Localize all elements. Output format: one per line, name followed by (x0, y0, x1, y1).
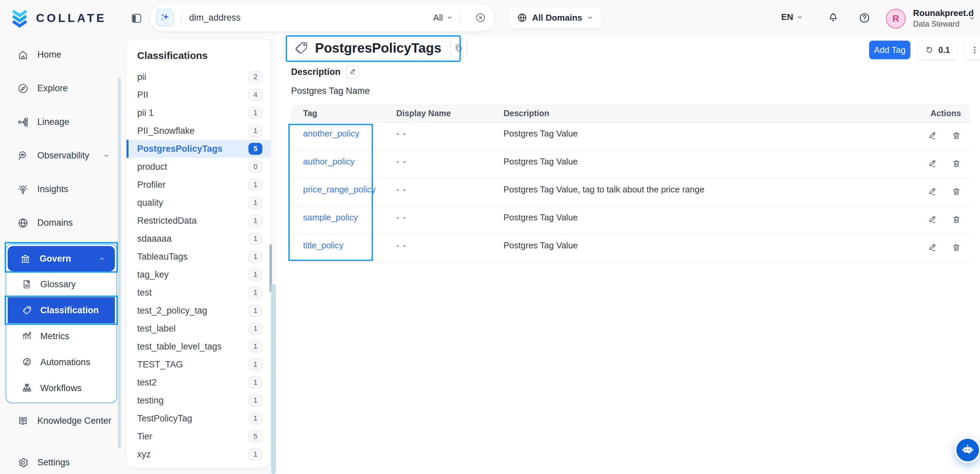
delete-tag-button[interactable] (952, 187, 961, 196)
sidebar-collapse-icon[interactable] (130, 13, 143, 24)
delete-tag-button[interactable] (952, 131, 961, 140)
classification-name: pii 1 (137, 108, 154, 118)
edit-tag-button[interactable] (928, 131, 937, 140)
window-scrollbar[interactable] (271, 284, 276, 474)
search-input[interactable] (189, 13, 433, 23)
version-rotate-icon (925, 46, 934, 54)
classification-list-item[interactable]: quality 1 (127, 194, 270, 212)
sidebar-item-observability[interactable]: Observability (0, 139, 123, 172)
classification-list-item[interactable]: PII 4 (127, 86, 270, 104)
classification-list-item[interactable]: Tier 5 (127, 428, 270, 445)
tag-display-name: - - (396, 206, 503, 223)
edit-tag-button[interactable] (928, 159, 937, 169)
classification-list-item[interactable]: test_2_policy_tag 1 (127, 302, 270, 320)
delete-tag-button[interactable] (952, 215, 961, 224)
classification-list-item[interactable]: pii 2 (127, 68, 270, 86)
edit-tag-button[interactable] (928, 243, 937, 252)
sidebar-item-metrics[interactable]: Metrics (8, 323, 115, 349)
sidebar-label: Lineage (37, 117, 69, 127)
sidebar-item-insights[interactable]: Insights (0, 172, 123, 206)
classification-list-item[interactable]: sdaaaaa 1 (127, 230, 270, 248)
sidebar-item-automations[interactable]: Automations (8, 349, 115, 375)
classification-count-badge: 5 (248, 143, 262, 155)
edit-tag-button[interactable] (928, 215, 937, 224)
app-window: COLLATE All (0, 0, 980, 474)
edit-pencil-icon (349, 68, 356, 76)
classification-list-item[interactable]: test2 1 (127, 374, 270, 391)
classifications-list: pii 2 PII 4 pii 1 1 PII_Snowflake 1 (127, 68, 270, 463)
edit-tag-button[interactable] (928, 187, 937, 196)
language-dropdown[interactable]: EN (781, 12, 803, 22)
classification-list-item[interactable]: product 0 (127, 158, 270, 176)
sidebar-item-explore[interactable]: Explore (0, 72, 123, 105)
classification-list-item[interactable]: TEST_TAG 1 (127, 355, 270, 374)
classification-list-item[interactable]: Profiler 1 (127, 176, 270, 194)
classification-count-badge: 1 (248, 377, 262, 388)
help-icon[interactable] (859, 12, 870, 24)
search-scope-dropdown[interactable]: All (433, 13, 453, 23)
sidebar-item-govern[interactable]: Govern (8, 246, 115, 271)
sidebar-item-domains[interactable]: Domains (0, 206, 123, 240)
sidebar-item-knowledge-center[interactable]: Knowledge Center (0, 404, 123, 438)
tag-name-link[interactable]: author_policy (291, 156, 355, 167)
sidebar-item-home[interactable]: Home (0, 38, 123, 72)
all-domains-dropdown[interactable]: All Domains (509, 7, 601, 29)
classification-list-item[interactable]: tag_key 1 (127, 266, 270, 284)
tag-name-link[interactable]: title_policy (291, 240, 343, 251)
notifications-bell-icon[interactable] (827, 12, 839, 24)
classification-list-item[interactable]: TableauTags 1 (127, 248, 270, 266)
globe-icon (517, 12, 527, 23)
divider (181, 11, 182, 24)
user-menu[interactable]: Rounakpreet.d Data Steward (913, 8, 974, 29)
metrics-icon (22, 331, 32, 342)
classification-count-badge: 1 (248, 107, 262, 119)
classification-count-badge: 1 (248, 394, 262, 406)
edit-pencil-icon (928, 187, 937, 196)
chat-assistant-button[interactable] (956, 439, 979, 461)
tag-name-link[interactable]: another_policy (291, 129, 359, 139)
tag-display-name: - - (396, 151, 503, 167)
classification-list-item[interactable]: testing 1 (127, 391, 270, 409)
classification-list-item[interactable]: test_table_level_tags 1 (127, 337, 270, 355)
sidebar-item-settings[interactable]: Settings (0, 446, 123, 474)
classification-list-item[interactable]: test_label 1 (127, 320, 270, 337)
classification-name: test_2_policy_tag (137, 305, 207, 316)
sidebar-label: Home (37, 49, 61, 60)
user-menu-chevron-icon[interactable] (968, 14, 976, 22)
version-button[interactable]: 0.1 (918, 41, 957, 59)
compass-icon (18, 83, 29, 94)
ai-sparkle-icon[interactable] (156, 9, 174, 27)
delete-tag-button[interactable] (952, 159, 961, 169)
tag-name-link[interactable]: price_range_policy (291, 185, 375, 195)
sidebar-item-glossary[interactable]: Glossary (8, 271, 115, 297)
sidebar-label: Govern (40, 254, 71, 264)
sidebar-item-lineage[interactable]: Lineage (0, 105, 123, 139)
copy-button[interactable] (450, 39, 467, 57)
classification-description-text: Postgres Tag Name (291, 86, 370, 96)
collate-logo[interactable]: COLLATE (10, 7, 107, 29)
classification-list-item[interactable]: PostgresPolicyTags 5 (127, 140, 270, 158)
classification-name: PII_Snowflake (137, 126, 195, 136)
classification-list-item[interactable]: RestrictedData 1 (127, 212, 270, 230)
sidebar-item-classification[interactable]: Classification (8, 297, 115, 323)
classification-count-badge: 2 (248, 71, 262, 83)
classification-list-item[interactable]: PII_Snowflake 1 (127, 122, 270, 140)
classification-name: sdaaaaa (137, 234, 172, 244)
classification-list-item[interactable]: test 1 (127, 284, 270, 302)
search-clear-icon[interactable] (475, 12, 486, 23)
global-search-bar[interactable]: All (150, 4, 495, 31)
edit-description-button[interactable] (346, 65, 359, 78)
sidebar-scrollbar[interactable] (118, 78, 121, 449)
add-tag-button[interactable]: Add Tag (869, 41, 910, 59)
delete-tag-button[interactable] (952, 243, 961, 252)
classification-list-item[interactable]: xyz 1 (127, 445, 270, 463)
description-row: Description (291, 65, 359, 78)
classification-list-item[interactable]: pii 1 1 (127, 104, 270, 122)
sidebar-item-workflows[interactable]: Workflows (8, 375, 115, 401)
globe-icon (18, 217, 29, 229)
tag-description: Postgres Tag Value (503, 206, 891, 223)
classification-list-item[interactable]: TestPolicyTag 1 (127, 409, 270, 428)
tag-name-link[interactable]: sample_policy (291, 212, 358, 223)
more-options-button[interactable] (965, 41, 980, 59)
user-avatar[interactable]: R (886, 9, 906, 29)
